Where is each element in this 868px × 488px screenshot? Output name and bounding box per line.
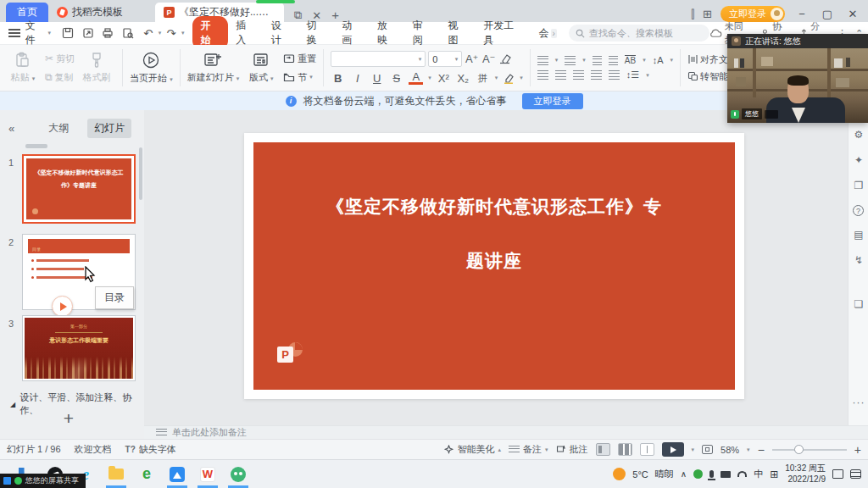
slide-title-line1[interactable]: 《坚定不移做好新时代意识形态工作》专 (253, 195, 735, 219)
layers-icon[interactable]: ❐ (849, 180, 868, 191)
reset-button[interactable]: 重置 (283, 53, 316, 65)
line-spacing-icon[interactable]: ↕☰ (626, 69, 639, 80)
tab-outline[interactable]: 大纲 (42, 119, 75, 138)
undo-icon[interactable]: ↶ (138, 27, 159, 40)
weather-temp[interactable]: 5°C (632, 469, 648, 480)
hamburger-icon[interactable] (8, 29, 20, 37)
tab-slides[interactable]: 幻灯片 (87, 119, 131, 138)
window-tool-icon[interactable]: ❏ (849, 298, 868, 310)
taskbar-file-explorer[interactable] (102, 460, 131, 488)
superscript-button[interactable]: X² (437, 72, 451, 85)
numbered-list-icon[interactable] (565, 56, 576, 65)
collapse-triangle-icon[interactable]: ◢ (10, 401, 15, 408)
taskbar-green-browser[interactable]: e (132, 460, 161, 488)
slide-thumbnail-1[interactable]: 《坚定不移做好新时代意识形态工作》专题讲座 (22, 154, 136, 224)
taskbar-clock[interactable]: 10:32 周五 2022/12/9 (785, 463, 826, 485)
slide-background[interactable]: 《坚定不移做好新时代意识形态工作》专 题讲座 P (253, 142, 735, 390)
app-grid-icon[interactable]: ⊞ (703, 8, 712, 20)
increase-indent-icon[interactable] (609, 56, 618, 65)
editing-canvas[interactable]: 《坚定不移做好新时代意识形态工作》专 题讲座 P (144, 110, 868, 426)
comments-button[interactable]: 批注 (556, 443, 588, 456)
thumb-play-icon[interactable] (52, 296, 73, 317)
align-right-icon[interactable] (573, 70, 584, 80)
export-image-icon[interactable]: ▤ (849, 229, 868, 241)
fit-slide-icon[interactable] (702, 445, 713, 454)
zoom-level[interactable]: 58% (721, 445, 739, 455)
zoom-slider[interactable] (772, 449, 847, 451)
slide-sorter-view-button[interactable] (618, 443, 632, 456)
subscript-button[interactable]: X₂ (456, 72, 470, 85)
taskbar-wechat[interactable] (224, 460, 253, 488)
beautify-star-icon[interactable]: ✦ (849, 154, 868, 166)
reading-view-button[interactable] (640, 443, 654, 456)
redo-icon[interactable]: ↷ (161, 27, 181, 40)
add-slide-button[interactable]: + (0, 408, 137, 429)
format-painter-button[interactable]: 格式刷 (78, 47, 115, 89)
show-desktop-icon[interactable] (832, 469, 843, 479)
export-icon[interactable] (78, 27, 98, 39)
underline-button[interactable]: U (370, 72, 384, 85)
touch-keyboard-icon[interactable]: ⊞ (770, 469, 778, 480)
menu-overflow-icon[interactable]: › (551, 29, 557, 38)
font-size-input[interactable]: 0▾ (428, 51, 462, 67)
doc-name-button[interactable]: 欢迎文档 (75, 443, 112, 456)
weather-icon[interactable] (613, 468, 626, 480)
more-tools-icon[interactable]: ··· (849, 396, 868, 408)
zoom-in-button[interactable]: + (854, 443, 861, 457)
layout-button[interactable]: 版式 ▾ (242, 47, 280, 89)
tray-device-icon[interactable] (721, 471, 731, 478)
collapse-panel-icon[interactable]: « (8, 122, 14, 135)
screen-share-banner[interactable]: 悠悠的屏幕共享 (0, 474, 86, 488)
tray-antivirus-icon[interactable] (693, 469, 703, 479)
properties-sliders-icon[interactable]: ⚙ (849, 129, 868, 141)
phonetic-guide-button[interactable]: 拼 (476, 72, 490, 85)
slide-canvas[interactable]: 《坚定不移做好新时代意识形态工作》专 题讲座 P (244, 133, 744, 399)
tray-mic-icon[interactable] (709, 470, 714, 478)
close-button[interactable]: ✕ (844, 8, 861, 20)
highlighter-icon[interactable] (503, 73, 515, 84)
decrease-indent-icon[interactable] (593, 56, 602, 65)
slide-thumbnail-3[interactable]: 第一部分 意识形态工作极端重要 (22, 315, 136, 381)
section-button[interactable]: 节 ▾ (283, 71, 316, 84)
video-feed[interactable]: 悠悠 (727, 48, 868, 123)
ribbon-options-caret-icon[interactable]: ▾ (181, 30, 185, 36)
taskbar-meeting-app[interactable] (163, 460, 192, 488)
login-now-button[interactable]: 立即登录 (522, 93, 583, 109)
decrease-font-icon[interactable]: A⁻ (481, 53, 496, 65)
strikethrough-button[interactable]: S (389, 72, 403, 85)
help-icon[interactable]: ? (853, 205, 864, 216)
command-search[interactable]: 查找命令、搜索模板 (569, 25, 709, 42)
tray-network-icon[interactable] (737, 471, 747, 477)
bold-button[interactable]: B (331, 72, 345, 85)
minimize-button[interactable]: − (793, 8, 810, 20)
file-menu[interactable]: 文件 (25, 19, 46, 47)
cut-button[interactable]: ✂剪切 (45, 53, 75, 65)
tab-docer[interactable]: 找稻壳模板 (48, 3, 131, 22)
new-slide-button[interactable]: 新建幻灯片 ▾ (187, 47, 240, 89)
clear-format-icon[interactable] (498, 53, 511, 64)
font-name-input[interactable]: ▾ (331, 51, 426, 67)
char-spacing-icon[interactable]: ↕A (653, 55, 664, 65)
align-left-icon[interactable] (537, 70, 548, 80)
weather-desc[interactable]: 晴朗 (655, 468, 674, 480)
divider-icon[interactable]: ⫿ (691, 8, 694, 21)
missing-font-button[interactable]: T? 缺失字体 (125, 443, 176, 456)
paste-button[interactable]: 粘贴 ▾ (4, 47, 42, 89)
distribute-icon[interactable] (609, 70, 620, 80)
ime-indicator[interactable]: 中 (754, 468, 763, 480)
increase-font-icon[interactable]: A⁺ (465, 53, 479, 65)
justify-icon[interactable] (591, 70, 602, 80)
zoom-slider-knob[interactable] (794, 445, 804, 454)
notes-bar[interactable]: 单击此处添加备注 (144, 425, 868, 439)
notes-toggle-button[interactable]: 备注▾ (509, 443, 548, 456)
meeting-video-overlay[interactable]: 正在讲话: 悠悠 悠悠 (727, 34, 868, 123)
text-direction-icon[interactable]: AB (625, 55, 636, 65)
font-color-button[interactable]: A (409, 71, 423, 85)
smart-beautify-button[interactable]: 智能美化▴ (443, 443, 502, 456)
align-center-icon[interactable] (555, 70, 566, 80)
taskbar-wps[interactable]: W (193, 460, 222, 488)
slide-title-line2[interactable]: 题讲座 (253, 249, 735, 273)
menu-member[interactable]: 会 (531, 24, 551, 43)
bullet-list-icon[interactable] (537, 56, 548, 65)
save-icon[interactable] (58, 27, 78, 39)
